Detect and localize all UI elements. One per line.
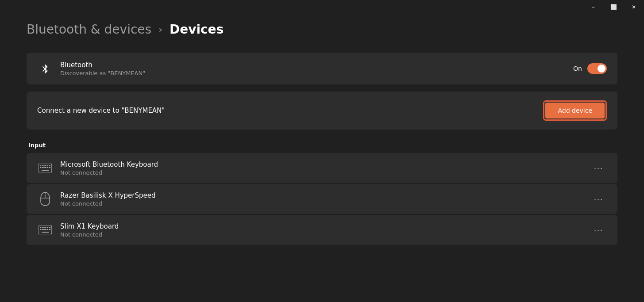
svg-rect-11 (47, 167, 48, 168)
bluetooth-toggle-area: On (573, 63, 607, 74)
svg-rect-5 (47, 165, 48, 166)
svg-rect-18 (42, 227, 43, 228)
mouse-icon (37, 191, 53, 207)
bluetooth-title: Bluetooth (60, 61, 573, 69)
close-button[interactable]: ✕ (624, 0, 644, 14)
device-list: Microsoft Bluetooth Keyboard Not connect… (27, 153, 617, 245)
device-name: Microsoft Bluetooth Keyboard (60, 161, 590, 168)
svg-rect-26 (45, 229, 46, 230)
device-status: Not connected (60, 200, 590, 207)
device-info: Slim X1 Keyboard Not connected (60, 222, 590, 238)
breadcrumb: Bluetooth & devices › Devices (27, 22, 617, 37)
svg-rect-7 (40, 167, 41, 168)
svg-rect-21 (47, 227, 48, 228)
bluetooth-info: Bluetooth Discoverable as "BENYMEAN" (60, 61, 573, 76)
bluetooth-status-label: On (573, 65, 582, 72)
svg-rect-20 (45, 227, 46, 228)
svg-rect-29 (42, 232, 49, 233)
keyboard-icon (37, 222, 53, 238)
title-bar: − ⬜ ✕ (583, 0, 644, 14)
svg-rect-1 (40, 165, 41, 166)
svg-rect-9 (43, 167, 45, 168)
input-section-label: Input (27, 142, 617, 149)
svg-rect-3 (43, 165, 45, 166)
svg-rect-22 (49, 227, 50, 228)
maximize-button[interactable]: ⬜ (603, 0, 624, 14)
device-more-button[interactable]: ··· (590, 193, 607, 206)
bluetooth-toggle[interactable] (587, 63, 607, 74)
page-title: Devices (170, 22, 224, 37)
svg-rect-23 (40, 229, 41, 230)
svg-rect-24 (42, 229, 43, 230)
device-status: Not connected (60, 169, 590, 176)
svg-rect-13 (42, 170, 49, 171)
add-device-row: Connect a new device to "BENYMEAN" Add d… (27, 92, 617, 130)
bluetooth-icon (37, 61, 53, 76)
device-name: Slim X1 Keyboard (60, 222, 590, 230)
svg-rect-10 (45, 167, 46, 168)
device-info: Microsoft Bluetooth Keyboard Not connect… (60, 161, 590, 176)
svg-rect-6 (49, 165, 50, 166)
device-item: Razer Basilisk X HyperSpeed Not connecte… (27, 184, 617, 214)
device-more-button[interactable]: ··· (590, 162, 607, 175)
device-name: Razer Basilisk X HyperSpeed (60, 191, 590, 199)
device-more-button[interactable]: ··· (590, 224, 607, 237)
bluetooth-subtitle: Discoverable as "BENYMEAN" (60, 70, 573, 76)
device-item: Microsoft Bluetooth Keyboard Not connect… (27, 153, 617, 183)
bluetooth-row: Bluetooth Discoverable as "BENYMEAN" On (27, 53, 617, 84)
device-status: Not connected (60, 231, 590, 238)
device-info: Razer Basilisk X HyperSpeed Not connecte… (60, 191, 590, 207)
svg-rect-8 (42, 167, 43, 168)
main-content: Bluetooth & devices › Devices Bluetooth … (0, 0, 644, 263)
svg-rect-28 (49, 229, 50, 230)
add-device-text: Connect a new device to "BENYMEAN" (37, 107, 165, 115)
svg-rect-17 (40, 227, 41, 228)
svg-rect-2 (42, 165, 43, 166)
svg-rect-19 (43, 227, 45, 228)
breadcrumb-separator: › (158, 24, 162, 35)
svg-rect-27 (47, 229, 48, 230)
keyboard-icon (37, 160, 53, 176)
minimize-button[interactable]: − (583, 0, 603, 14)
device-item: Slim X1 Keyboard Not connected ··· (27, 215, 617, 245)
toggle-knob (598, 65, 605, 73)
svg-rect-12 (49, 167, 50, 168)
svg-rect-25 (43, 229, 45, 230)
add-device-button[interactable]: Add device (545, 103, 605, 119)
add-device-button-highlight: Add device (543, 100, 607, 121)
svg-rect-4 (45, 165, 46, 166)
breadcrumb-parent[interactable]: Bluetooth & devices (27, 22, 151, 37)
